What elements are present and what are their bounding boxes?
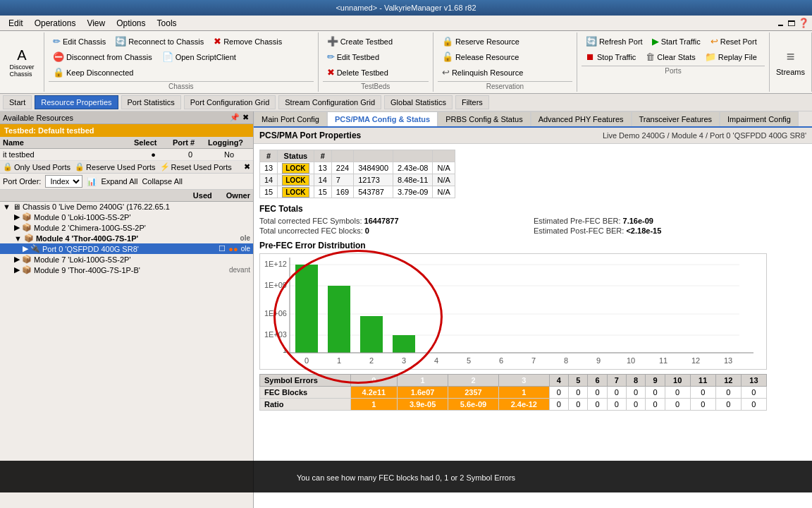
expand-all-btn[interactable]: Expand All [101,177,137,186]
ratio-9: 0 [646,399,665,411]
reset-port-btn[interactable]: ↩ Reset Port [706,34,761,49]
reconnect-chassis-btn[interactable]: 🔄 Reconnect to Chassis [111,34,208,49]
resource-tab-start[interactable]: Start [3,95,32,109]
testbed-label: Testbed: Default testbed [0,124,253,137]
tree-col-headers: Used Owner [0,190,253,202]
tab-prbs[interactable]: PRBS Config & Status [438,111,530,126]
tab-main-port-config[interactable]: Main Port Config [254,111,327,126]
bar-1[interactable] [328,286,350,353]
fec-blocks-2: 2357 [448,387,499,399]
bar-chart-svg: 1E+12 1E+09 1E+06 1E+03 1 [259,253,767,370]
menu-options[interactable]: Options [111,17,151,30]
edit-chassis-btn[interactable]: ✏ Edit Chassis [49,34,110,49]
refresh-port-btn[interactable]: 🔄 Refresh Port [582,34,647,49]
relinquish-resource-btn[interactable]: ↩ Relinquish Resource [438,65,528,80]
bar-0[interactable] [295,265,318,353]
fec-label-3: Total uncorrected FEC blocks: [259,226,365,235]
start-traffic-btn[interactable]: ▶ Start Traffic [648,34,705,49]
fec-blocks-1: 1.6e07 [398,387,448,399]
port-properties-title: PCS/PMA Port Properties [259,131,361,140]
close-port-controls-icon[interactable]: ✖ [244,162,250,171]
disconnect-chassis-btn[interactable]: ⛔ Disconnect from Chassis [49,49,156,64]
row15-col6: N/A [433,186,455,198]
bar-2[interactable] [360,316,383,353]
delete-testbed-btn[interactable]: ✖ Delete Testbed [323,65,393,80]
module2-label: Module 2 'Chimera-100G-5S-2P' [34,224,146,232]
remove-chassis-btn[interactable]: ✖ Remove Chassis [209,34,286,49]
module9-row[interactable]: ▶ 📦 Module 9 'Thor-400G-7S-1P-B' devant [0,265,253,275]
window-max-icon[interactable]: 🗖 [787,19,795,28]
stop-traffic-btn[interactable]: ⏹ Stop Traffic [582,49,640,64]
tab-advanced-phy[interactable]: Advanced PHY Features [531,111,632,126]
svg-text:6: 6 [499,356,503,365]
row13-num: 13 [260,162,278,174]
module4-row[interactable]: ▼ 📦 Module 4 'Thor-400G-7S-1P' ole [0,233,253,243]
main-toolbar: A DiscoverChassis ✏ Edit Chassis 🔄 Recon… [0,31,812,94]
test-entry-name: it testbed [3,150,134,159]
resource-tab-global-stats[interactable]: Global Statistics [384,95,453,109]
stop-traffic-icon: ⏹ [586,52,595,62]
tab-impairment[interactable]: Impairment Config [720,111,799,126]
resource-tab-properties[interactable]: Resource Properties [35,95,118,109]
row14-col4: 12173 [354,174,393,186]
resource-tab-port-stats[interactable]: Port Statistics [121,95,181,109]
test-entry-logging: No [208,150,250,159]
edit-testbed-btn[interactable]: ✏ Edit Testbed [323,49,383,64]
reserve-resource-label: Reserve Resource [455,37,519,46]
discover-btn[interactable]: A DiscoverChassis [4,44,39,81]
reserve-used-ports-btn[interactable]: 🔒 Reserve Used Ports [75,162,155,171]
row13-col2: 13 [314,162,331,174]
create-testbed-btn[interactable]: ➕ Create Testbed [323,34,397,49]
tooltip-text: You can see how many FEC blocks had 0, 1… [297,473,515,482]
only-used-ports-btn[interactable]: 🔒 Only Used Ports [3,162,70,171]
chassis-row[interactable]: ▼ 🖥 Chassis 0 'Live Demo 2400G' (176.22.… [0,202,253,212]
keep-disconnected-btn[interactable]: 🔒 Keep Disconnected [49,65,137,80]
port-order-label: Port Order: [3,177,41,186]
port0-row[interactable]: ▶ 🔌 Port 0 'QSFPDD 400G SR8' ☐ ●● ole [0,243,253,254]
test-entry-select: ● [134,150,173,159]
reserve-resource-btn[interactable]: 🔒 Reserve Resource [438,34,524,49]
svg-text:4: 4 [434,356,438,365]
menu-operations[interactable]: Operations [29,17,82,30]
svg-text:1E+09: 1E+09 [264,281,287,289]
reservation-group: 🔒 Reserve Resource 🔓 Release Resource ↩ … [433,32,577,92]
sym-header-1: 1 [398,375,448,387]
module2-row[interactable]: ▶ 📦 Module 2 'Chimera-100G-5S-2P' [0,222,253,233]
pin-icon[interactable]: 📌 [228,113,241,122]
bar-3[interactable] [393,335,415,353]
keep-disconnected-label: Keep Disconnected [66,68,133,77]
tab-transceiver[interactable]: Transceiver Features [632,111,720,126]
fec-totals-section: FEC Totals Total corrected FEC Symbols: … [259,204,806,235]
release-resource-btn[interactable]: 🔓 Release Resource [438,49,524,64]
clear-stats-btn[interactable]: 🗑 Clear Stats [641,49,699,64]
reset-used-ports-btn[interactable]: ⚡ Reset Used Ports [160,162,232,171]
col-name: Name [3,138,134,147]
module7-label: Module 7 'Loki-100G-5S-2P' [34,255,131,264]
tab-pcs-pma[interactable]: PCS/PMA Config & Status [327,111,438,128]
module0-row[interactable]: ▶ 📦 Module 0 'Loki-100G-5S-2P' [0,212,253,222]
collapse-all-btn[interactable]: Collapse All [142,177,182,186]
module7-row[interactable]: ▶ 📦 Module 7 'Loki-100G-5S-2P' [0,254,253,265]
svg-text:0: 0 [304,356,309,365]
open-script-btn[interactable]: 📄 Open ScriptClient [158,49,240,64]
port-order-select[interactable]: Index [45,175,82,188]
resource-tab-filters[interactable]: Filters [455,95,489,109]
ratio-label: Ratio [260,399,351,411]
streams-label: Streams [776,68,805,76]
menu-edit[interactable]: Edit [3,17,29,30]
edit-chassis-label: Edit Chassis [63,37,106,46]
col-val3 [393,150,433,162]
window-help-icon[interactable]: ❓ [798,18,809,28]
menu-tools[interactable]: Tools [152,17,183,30]
menu-view[interactable]: View [81,17,111,30]
stop-traffic-label: Stop Traffic [597,53,636,61]
window-min-icon[interactable]: 🗕 [777,19,785,28]
resource-tab-stream-config[interactable]: Stream Configuration Grid [278,95,381,109]
fec-blocks-row: FEC Blocks 4.2e11 1.6e07 2357 1 0 0 0 0 … [260,387,767,399]
lock-icon-1: 🔒 [3,162,13,171]
replay-file-btn[interactable]: 📁 Replay File [701,49,761,64]
resource-tab-port-config[interactable]: Port Configuration Grid [184,95,276,109]
module7-icon: 📦 [22,255,32,264]
module4-expand-icon: ▼ [14,234,22,243]
close-panel-icon[interactable]: ✖ [241,113,250,122]
